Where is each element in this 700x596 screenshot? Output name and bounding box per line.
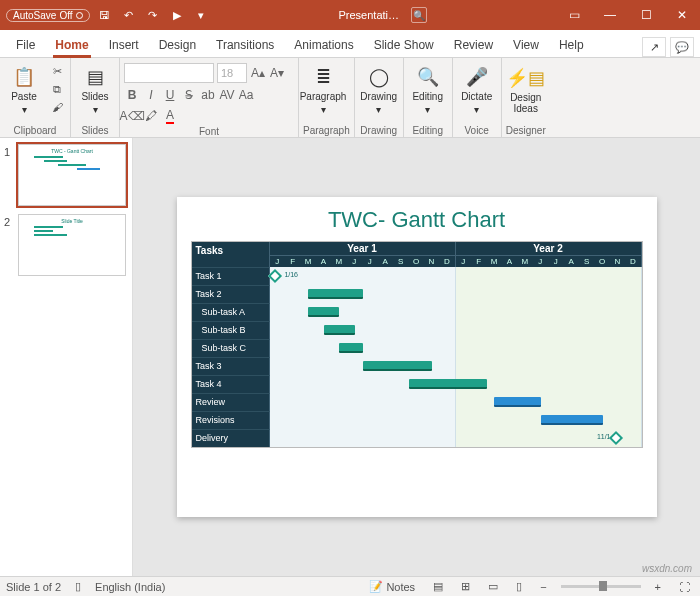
group-label-voice: Voice — [457, 124, 497, 136]
tab-animations[interactable]: Animations — [284, 32, 363, 57]
group-label-drawing: Drawing — [359, 124, 399, 136]
cut-icon[interactable]: ✂ — [48, 63, 66, 79]
gantt-row: Delivery11/1 — [192, 429, 642, 447]
slide-thumbnail-panel[interactable]: 1TWC - Gantt Chart2Slide Title — [0, 138, 133, 576]
normal-view-icon[interactable]: ▤ — [429, 580, 447, 593]
decrease-font-icon[interactable]: A▾ — [269, 64, 285, 82]
group-label-paragraph: Paragraph — [303, 124, 350, 136]
redo-icon[interactable]: ↷ — [144, 6, 162, 24]
clipboard-icon: 📋 — [12, 65, 36, 89]
clear-format-icon[interactable]: A⌫ — [124, 107, 140, 125]
font-color-icon[interactable]: A — [162, 107, 178, 125]
italic-button[interactable]: I — [143, 86, 159, 104]
editing-button[interactable]: 🔍 Editing ▾ — [408, 60, 448, 120]
mic-icon: 🎤 — [465, 65, 489, 89]
language-label[interactable]: English (India) — [95, 581, 165, 593]
tab-insert[interactable]: Insert — [99, 32, 149, 57]
tab-file[interactable]: File — [6, 32, 45, 57]
notes-button[interactable]: 📝Notes — [365, 580, 419, 593]
tab-design[interactable]: Design — [149, 32, 206, 57]
status-bar: Slide 1 of 2 ▯ English (India) 📝Notes ▤ … — [0, 576, 700, 596]
tab-slide-show[interactable]: Slide Show — [364, 32, 444, 57]
highlight-icon[interactable]: 🖍 — [143, 107, 159, 125]
group-clipboard: 📋 Paste ▾ ✂ ⧉ 🖌 Clipboard — [0, 58, 71, 137]
chevron-down-icon: ▾ — [474, 104, 479, 115]
underline-button[interactable]: U — [162, 86, 178, 104]
save-icon[interactable]: 🖫 — [96, 6, 114, 24]
increase-font-icon[interactable]: A▴ — [250, 64, 266, 82]
change-case-icon[interactable]: Aa — [238, 86, 254, 104]
gantt-row: Task 11/16 — [192, 267, 642, 285]
group-label-editing: Editing — [408, 124, 448, 136]
tab-transitions[interactable]: Transitions — [206, 32, 284, 57]
reading-view-icon[interactable]: ▭ — [484, 580, 502, 593]
gantt-bar — [494, 397, 541, 407]
slide-canvas-area[interactable]: TWC- Gantt Chart TasksYear 1JFMAMJJASOND… — [133, 138, 700, 576]
design-ideas-button[interactable]: ⚡▤ Design Ideas — [506, 60, 546, 120]
slide-thumbnail[interactable]: Slide Title — [18, 214, 126, 276]
gantt-row: Sub-task B — [192, 321, 642, 339]
gantt-row: Sub-task A — [192, 303, 642, 321]
shadow-button[interactable]: ab — [200, 86, 216, 104]
sorter-view-icon[interactable]: ⊞ — [457, 580, 474, 593]
font-size-select[interactable]: 18 — [217, 63, 247, 83]
thumb-number: 1 — [4, 144, 14, 206]
slide-position: Slide 1 of 2 — [6, 581, 61, 593]
gantt-bar — [363, 361, 433, 371]
autosave-toggle[interactable]: AutoSave Off — [6, 9, 90, 22]
group-label-slides: Slides — [75, 124, 115, 136]
chevron-down-icon: ▾ — [321, 104, 326, 115]
format-painter-icon[interactable]: 🖌 — [48, 99, 66, 115]
tab-review[interactable]: Review — [444, 32, 503, 57]
ribbon-options-icon[interactable]: ▭ — [556, 0, 592, 30]
ribbon: 📋 Paste ▾ ✂ ⧉ 🖌 Clipboard ▤ Slides ▾ Sli… — [0, 58, 700, 138]
task-label: Task 1 — [192, 267, 270, 285]
gantt-row: Task 2 — [192, 285, 642, 303]
slide-title[interactable]: TWC- Gantt Chart — [177, 207, 657, 233]
slide[interactable]: TWC- Gantt Chart TasksYear 1JFMAMJJASOND… — [177, 197, 657, 517]
task-label: Task 4 — [192, 375, 270, 393]
accessibility-icon[interactable]: ▯ — [71, 580, 85, 593]
qat-more-icon[interactable]: ▾ — [192, 6, 210, 24]
slideshow-view-icon[interactable]: ▯ — [512, 580, 526, 593]
slide-thumbnail[interactable]: TWC - Gantt Chart — [18, 144, 126, 206]
strikethrough-button[interactable]: S̶ — [181, 86, 197, 104]
dictate-button[interactable]: 🎤 Dictate ▾ — [457, 60, 497, 120]
paragraph-button[interactable]: ≣ Paragraph ▾ — [303, 60, 343, 120]
ribbon-tabs: FileHomeInsertDesignTransitionsAnimation… — [0, 30, 700, 58]
gantt-chart[interactable]: TasksYear 1JFMAMJJASONDYear 2JFMAMJJASON… — [191, 241, 643, 448]
bold-button[interactable]: B — [124, 86, 140, 104]
maximize-icon[interactable]: ☐ — [628, 0, 664, 30]
gantt-row: Task 3 — [192, 357, 642, 375]
close-icon[interactable]: ✕ — [664, 0, 700, 30]
milestone-label: 1/16 — [284, 271, 298, 278]
task-label: Sub-task C — [192, 339, 270, 357]
comments-icon[interactable]: 💬 — [670, 37, 694, 57]
minimize-icon[interactable]: — — [592, 0, 628, 30]
search-icon[interactable]: 🔍 — [411, 7, 427, 23]
gantt-row: Revisions — [192, 411, 642, 429]
fit-window-icon[interactable]: ⛶ — [675, 581, 694, 593]
find-icon: 🔍 — [416, 65, 440, 89]
zoom-out-icon[interactable]: − — [536, 581, 550, 593]
gantt-bar — [339, 343, 362, 353]
chevron-down-icon: ▾ — [376, 104, 381, 115]
tab-help[interactable]: Help — [549, 32, 594, 57]
start-slideshow-icon[interactable]: ▶ — [168, 6, 186, 24]
tab-view[interactable]: View — [503, 32, 549, 57]
copy-icon[interactable]: ⧉ — [48, 81, 66, 97]
chevron-down-icon: ▾ — [93, 104, 98, 115]
zoom-slider[interactable] — [561, 585, 641, 588]
gantt-bar — [308, 289, 362, 299]
zoom-in-icon[interactable]: + — [651, 581, 665, 593]
group-drawing: ◯ Drawing ▾ Drawing — [355, 58, 404, 137]
char-spacing-icon[interactable]: AV — [219, 86, 235, 104]
paste-button[interactable]: 📋 Paste ▾ — [4, 60, 44, 120]
undo-icon[interactable]: ↶ — [120, 6, 138, 24]
tab-home[interactable]: Home — [45, 32, 98, 57]
watermark: wsxdn.com — [642, 563, 692, 574]
font-name-select[interactable] — [124, 63, 214, 83]
drawing-button[interactable]: ◯ Drawing ▾ — [359, 60, 399, 120]
slides-button[interactable]: ▤ Slides ▾ — [75, 60, 115, 120]
share-icon[interactable]: ↗ — [642, 37, 666, 57]
